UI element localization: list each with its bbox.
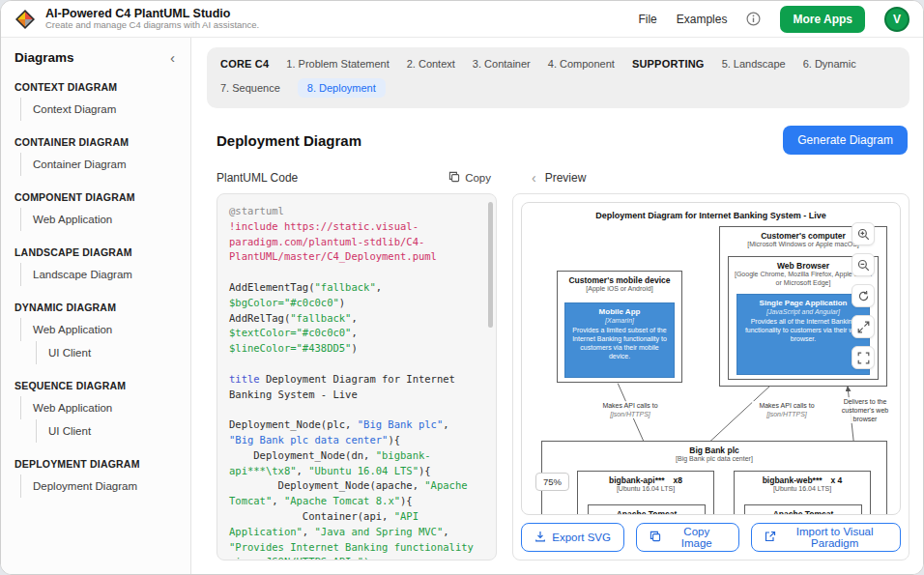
import-to-visual-paradigm-button[interactable]: Import to Visual Paradigm	[751, 523, 901, 552]
sidebar-item-dynamic-ui-client[interactable]: UI Client	[36, 341, 179, 364]
tab-dynamic[interactable]: 6. Dynamic	[803, 58, 856, 70]
plantuml-code-panel: @startuml!include https://static.visual-…	[217, 193, 497, 561]
fit-view-icon[interactable]	[852, 346, 875, 369]
sidebar-item-landscape-diagram[interactable]: Landscape Diagram	[20, 263, 179, 286]
tab-context[interactable]: 2. Context	[407, 58, 455, 70]
app-logo-icon	[14, 9, 36, 30]
node-single-page-application: Single Page Application [JavaScript and …	[736, 294, 870, 375]
info-icon[interactable]	[746, 12, 761, 26]
preview-collapse-icon[interactable]: ‹	[532, 170, 536, 186]
reset-view-icon[interactable]	[852, 284, 875, 307]
download-icon	[534, 531, 546, 544]
sidebar-section-context: CONTEXT DIAGRAM	[14, 81, 179, 93]
diagram-canvas[interactable]: Deployment Diagram for Internet Banking …	[521, 202, 901, 515]
edge-label-mobile-api: Makes API calls to [json/HTTPS]	[595, 401, 665, 418]
app-title: AI-Powered C4 PlantUML Studio	[45, 7, 259, 20]
code-content[interactable]: @startuml!include https://static.visual-…	[229, 204, 482, 561]
tab-problem-statement[interactable]: 1. Problem Statement	[286, 58, 389, 70]
sidebar-section-landscape: LANDSCAPE DIAGRAM	[14, 246, 179, 258]
sidebar-item-container-diagram[interactable]: Container Diagram	[20, 153, 179, 176]
menu-examples[interactable]: Examples	[677, 13, 728, 26]
sidebar-section-container: CONTAINER DIAGRAM	[14, 136, 179, 148]
tab-bar: CORE C4 1. Problem Statement 2. Context …	[207, 47, 910, 108]
menu-file[interactable]: File	[638, 13, 656, 26]
code-panel-label: PlantUML Code	[217, 171, 298, 185]
zoom-level-badge: 75%	[535, 473, 569, 491]
code-scrollbar-thumb[interactable]	[488, 202, 493, 328]
main-content: CORE C4 1. Problem Statement 2. Context …	[191, 38, 923, 574]
preview-panel-label: Preview	[545, 171, 587, 185]
copy-icon	[448, 171, 460, 185]
node-customers-mobile-device: Customer's mobile device [Apple iOS or A…	[557, 271, 682, 383]
sidebar-section-deployment: DEPLOYMENT DIAGRAM	[14, 458, 179, 470]
sidebar-section-component: COMPONENT DIAGRAM	[14, 191, 179, 203]
sidebar-section-dynamic: DYNAMIC DIAGRAM	[14, 302, 179, 313]
sidebar: Diagrams ‹ CONTEXT DIAGRAM Context Diagr…	[1, 38, 191, 574]
app-window: AI-Powered C4 PlantUML Studio Create and…	[0, 0, 924, 575]
preview-panel: Deployment Diagram for Internet Banking …	[512, 193, 910, 561]
sidebar-item-sequence-ui-client[interactable]: UI Client	[36, 419, 179, 443]
app-header: AI-Powered C4 PlantUML Studio Create and…	[1, 1, 923, 38]
sidebar-collapse-icon[interactable]: ‹	[166, 49, 179, 66]
zoom-in-icon[interactable]	[852, 222, 875, 245]
generate-diagram-button[interactable]: Generate Diagram	[783, 126, 908, 155]
sidebar-section-sequence: SEQUENCE DIAGRAM	[14, 380, 179, 391]
zoom-controls	[852, 222, 875, 369]
sidebar-title: Diagrams	[14, 50, 74, 65]
node-mobile-app: Mobile App [Xamarin] Provides a limited …	[564, 302, 675, 378]
node-bigbank-api: bigbank-api***x8 [Ubuntu 16.04 LTS] Apac…	[577, 471, 714, 515]
tab-group-core-c4: CORE C4	[220, 58, 269, 70]
zoom-out-icon[interactable]	[852, 253, 875, 276]
sidebar-item-dynamic-web-application[interactable]: Web Application	[20, 318, 179, 341]
edge-label-spa-api: Makes API calls to [json/HTTPS]	[752, 401, 822, 418]
export-svg-button[interactable]: Export SVG	[521, 523, 624, 552]
expand-icon[interactable]	[852, 315, 875, 338]
node-big-bank-plc: Big Bank plc [Big Bank plc data center] …	[541, 441, 887, 515]
tab-landscape[interactable]: 5. Landscape	[722, 58, 786, 70]
sidebar-item-web-application[interactable]: Web Application	[20, 208, 179, 231]
tab-component[interactable]: 4. Component	[548, 58, 615, 70]
diagram-title: Deployment Diagram for Internet Banking …	[522, 211, 900, 220]
more-apps-button[interactable]: More Apps	[780, 6, 865, 33]
tab-deployment[interactable]: 8. Deployment	[298, 78, 386, 98]
copy-image-button[interactable]: Copy Image	[636, 523, 739, 552]
copy-code-button[interactable]: Copy	[448, 171, 491, 185]
app-subtitle: Create and manage C4 diagrams with AI as…	[45, 20, 259, 31]
tab-group-supporting: SUPPORTING	[632, 58, 705, 70]
node-apache-tomcat-web: Apache Tomcat	[744, 504, 862, 515]
sidebar-item-sequence-web-application[interactable]: Web Application	[20, 396, 179, 419]
sidebar-item-context-diagram[interactable]: Context Diagram	[20, 98, 179, 121]
page-title: Deployment Diagram	[217, 132, 361, 149]
tab-container[interactable]: 3. Container	[473, 58, 531, 70]
copy-icon	[650, 531, 661, 544]
node-bigbank-web: bigbank-web***x 4 [Ubuntu 16.04 LTS] Apa…	[734, 471, 871, 515]
external-link-icon	[765, 531, 776, 544]
code-scrollbar[interactable]	[488, 202, 493, 552]
avatar[interactable]: V	[884, 7, 910, 32]
node-apache-tomcat-api: Apache Tomcat	[588, 504, 706, 515]
sidebar-item-deployment-diagram[interactable]: Deployment Diagram	[20, 474, 179, 498]
edge-label-delivers: Delivers to the customer's web browser	[833, 397, 897, 423]
copy-code-label: Copy	[465, 172, 491, 184]
tab-sequence[interactable]: 7. Sequence	[220, 82, 280, 94]
